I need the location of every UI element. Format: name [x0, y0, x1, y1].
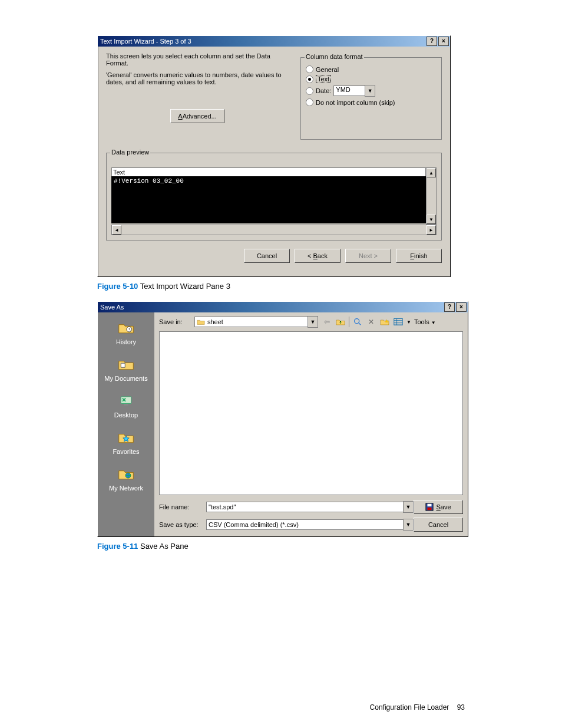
- cancel-button[interactable]: Cancel: [414, 518, 463, 532]
- scroll-left-icon: ◄: [112, 225, 121, 235]
- up-folder-icon[interactable]: [335, 317, 346, 327]
- preview-vertical-scrollbar[interactable]: ▲ ▼: [426, 167, 437, 225]
- radio-icon: [306, 75, 313, 83]
- footer-section: Configuration File Loader: [370, 703, 449, 711]
- saveas-title: Save As: [100, 304, 444, 311]
- save-as-type-dropdown[interactable]: CSV (Comma delimited) (*.csv) ▼: [206, 519, 414, 531]
- favorites-folder-icon: [117, 429, 135, 446]
- column-data-format-group: Column data format General General Text …: [300, 57, 442, 140]
- place-label: My Documents: [104, 375, 147, 382]
- save-as-dialog: Save As ? × History My Documents: [97, 301, 468, 537]
- figure-text: Save As Pane: [138, 542, 188, 551]
- radio-general[interactable]: General General: [306, 65, 437, 73]
- figure-number: Figure 5-11: [97, 542, 138, 551]
- desktop-icon: [117, 393, 135, 409]
- folder-icon: [197, 318, 205, 325]
- diskette-icon: [425, 503, 434, 511]
- close-button[interactable]: ×: [456, 302, 467, 312]
- close-button[interactable]: ×: [438, 37, 449, 46]
- file-name-input[interactable]: [206, 502, 404, 512]
- save-in-value: sheet: [207, 318, 223, 325]
- place-my-documents[interactable]: My Documents: [104, 356, 147, 382]
- finish-button[interactable]: FinishFinish: [396, 249, 442, 263]
- radio-icon: [306, 65, 313, 73]
- date-format-value: YMD: [333, 85, 365, 96]
- wizard-title: Text Import Wizard - Step 3 of 3: [100, 38, 427, 45]
- scroll-up-icon: ▲: [427, 168, 436, 177]
- data-preview-group: Data preview Text #!Version 03_02_00 ▲ ▼: [106, 153, 442, 241]
- save-button[interactable]: SaveSave: [414, 500, 463, 514]
- help-button[interactable]: ?: [427, 37, 437, 46]
- figure-number: Figure 5-10: [97, 282, 138, 291]
- my-documents-folder-icon: [117, 356, 135, 373]
- svg-rect-2: [124, 404, 128, 406]
- separator: [349, 317, 349, 327]
- radio-date[interactable]: Date: Date: YMD ▼: [306, 85, 437, 97]
- help-button[interactable]: ?: [444, 302, 455, 312]
- save-in-dropdown[interactable]: sheet ▼: [194, 316, 318, 328]
- preview-content: #!Version 03_02_00: [111, 176, 426, 223]
- my-network-icon: [117, 466, 135, 482]
- radio-skip[interactable]: Do not import column (skip) Do not impor…: [306, 98, 437, 106]
- scroll-down-icon: ▼: [427, 215, 436, 224]
- preview-line: #!Version 03_02_00: [114, 177, 424, 185]
- saveas-titlebar: Save As ? ×: [98, 302, 468, 312]
- place-my-network[interactable]: My Network: [109, 466, 143, 492]
- file-name-field[interactable]: ▼: [206, 501, 414, 513]
- tools-menu[interactable]: Tools ▼: [414, 318, 436, 325]
- file-list-area[interactable]: [159, 331, 463, 495]
- place-favorites[interactable]: Favorites: [113, 429, 139, 455]
- advanced-button[interactable]: AAdvanced...Advanced...: [170, 109, 224, 123]
- svg-rect-7: [428, 504, 432, 506]
- svg-point-4: [355, 319, 359, 324]
- data-preview-title: Data preview: [110, 149, 150, 156]
- chevron-down-icon: ▼: [308, 316, 318, 328]
- delete-icon[interactable]: ✕: [366, 317, 376, 327]
- chevron-down-icon: ▼: [365, 85, 375, 97]
- chevron-down-icon: ▼: [403, 501, 414, 513]
- place-label: Favorites: [113, 448, 139, 455]
- history-folder-icon: [117, 319, 135, 336]
- footer-page-number: 93: [457, 703, 465, 711]
- date-format-dropdown[interactable]: YMD ▼: [333, 85, 375, 97]
- place-history[interactable]: History: [116, 319, 136, 345]
- wizard-intro-1: This screen lets you select each column …: [106, 52, 289, 67]
- back-icon[interactable]: ⇦: [322, 317, 332, 327]
- column-data-format-title: Column data format: [305, 53, 364, 60]
- page-footer: Configuration File Loader 93: [370, 703, 465, 711]
- views-icon[interactable]: [393, 317, 404, 327]
- figure-text: Text Import Wizard Pane 3: [138, 282, 230, 291]
- text-import-wizard-dialog: Text Import Wizard - Step 3 of 3 ? × Thi…: [97, 35, 451, 277]
- save-in-bar: Save in: Save in: sheet ▼ ⇦: [154, 312, 468, 331]
- preview-horizontal-scrollbar[interactable]: ◄ ►: [111, 225, 437, 235]
- radio-text[interactable]: Text Text: [306, 75, 437, 83]
- place-desktop[interactable]: Desktop: [114, 393, 138, 419]
- place-label: Desktop: [114, 411, 138, 419]
- save-as-type-value: CSV (Comma delimited) (*.csv): [206, 519, 404, 530]
- search-web-icon[interactable]: [352, 317, 363, 327]
- places-bar: History My Documents Desktop: [98, 312, 154, 536]
- cancel-button[interactable]: Cancel: [244, 249, 290, 263]
- place-label: My Network: [109, 485, 143, 492]
- svg-rect-1: [121, 397, 131, 403]
- figure-5-10-caption: Figure 5-10 Text Import Wizard Pane 3: [97, 282, 465, 291]
- chevron-down-icon: ▼: [403, 519, 414, 531]
- svg-rect-8: [428, 508, 432, 510]
- wizard-intro-2: 'General' converts numeric values to num…: [106, 71, 289, 85]
- back-button[interactable]: < Back< Back: [295, 249, 340, 263]
- next-button: Next >: [345, 249, 391, 263]
- new-folder-icon[interactable]: [379, 317, 390, 327]
- place-label: History: [116, 338, 136, 345]
- wizard-titlebar: Text Import Wizard - Step 3 of 3 ? ×: [98, 36, 450, 47]
- radio-icon: [306, 98, 313, 106]
- radio-icon: [306, 87, 313, 95]
- views-chevron-down-icon[interactable]: ▼: [406, 317, 411, 327]
- scroll-right-icon: ►: [427, 225, 436, 235]
- figure-5-11-caption: Figure 5-11 Save As Pane: [97, 542, 465, 551]
- preview-column-header: Text: [111, 167, 426, 176]
